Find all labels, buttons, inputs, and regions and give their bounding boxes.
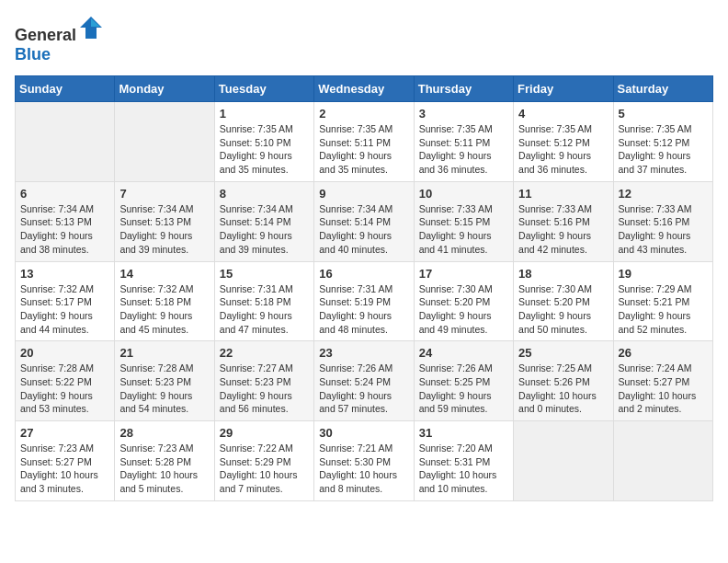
calendar-week-row: 20Sunrise: 7:28 AM Sunset: 5:22 PM Dayli… xyxy=(16,341,713,421)
day-number: 31 xyxy=(419,426,508,440)
calendar-cell: 23Sunrise: 7:26 AM Sunset: 5:24 PM Dayli… xyxy=(314,341,414,421)
day-number: 16 xyxy=(319,267,408,281)
day-number: 26 xyxy=(619,346,708,360)
day-info: Sunrise: 7:30 AM Sunset: 5:20 PM Dayligh… xyxy=(419,282,508,337)
calendar-week-row: 13Sunrise: 7:32 AM Sunset: 5:17 PM Dayli… xyxy=(16,261,713,341)
calendar-cell: 16Sunrise: 7:31 AM Sunset: 5:19 PM Dayli… xyxy=(314,261,414,341)
calendar-day-header: Monday xyxy=(115,76,214,102)
day-info: Sunrise: 7:28 AM Sunset: 5:22 PM Dayligh… xyxy=(20,362,109,416)
calendar-table: SundayMondayTuesdayWednesdayThursdayFrid… xyxy=(15,75,713,501)
day-number: 7 xyxy=(119,187,209,201)
calendar-day-header: Friday xyxy=(514,76,613,102)
calendar-cell: 28Sunrise: 7:23 AM Sunset: 5:28 PM Dayli… xyxy=(115,421,214,501)
day-number: 18 xyxy=(518,267,608,281)
day-number: 5 xyxy=(619,107,708,121)
calendar-day-header: Saturday xyxy=(613,76,712,102)
calendar-cell: 12Sunrise: 7:33 AM Sunset: 5:16 PM Dayli… xyxy=(613,181,712,261)
calendar-cell: 2Sunrise: 7:35 AM Sunset: 5:11 PM Daylig… xyxy=(314,102,414,182)
calendar-cell: 31Sunrise: 7:20 AM Sunset: 5:31 PM Dayli… xyxy=(414,421,513,501)
calendar-cell: 14Sunrise: 7:32 AM Sunset: 5:18 PM Dayli… xyxy=(115,261,214,341)
day-number: 11 xyxy=(518,187,608,201)
day-number: 14 xyxy=(119,267,209,281)
day-info: Sunrise: 7:23 AM Sunset: 5:28 PM Dayligh… xyxy=(119,442,209,496)
calendar-cell: 9Sunrise: 7:34 AM Sunset: 5:14 PM Daylig… xyxy=(314,181,414,261)
day-number: 2 xyxy=(319,107,408,121)
day-number: 24 xyxy=(419,346,508,360)
calendar-cell: 26Sunrise: 7:24 AM Sunset: 5:27 PM Dayli… xyxy=(613,341,712,421)
day-number: 8 xyxy=(220,187,309,201)
day-info: Sunrise: 7:26 AM Sunset: 5:24 PM Dayligh… xyxy=(319,362,408,416)
calendar-cell: 6Sunrise: 7:34 AM Sunset: 5:13 PM Daylig… xyxy=(16,181,115,261)
logo-general: General xyxy=(15,26,76,44)
calendar-cell: 10Sunrise: 7:33 AM Sunset: 5:15 PM Dayli… xyxy=(414,181,513,261)
calendar-cell: 24Sunrise: 7:26 AM Sunset: 5:25 PM Dayli… xyxy=(414,341,513,421)
day-info: Sunrise: 7:25 AM Sunset: 5:26 PM Dayligh… xyxy=(518,362,608,416)
logo: General Blue xyxy=(15,15,104,64)
day-number: 17 xyxy=(419,267,508,281)
day-number: 20 xyxy=(20,346,109,360)
day-info: Sunrise: 7:33 AM Sunset: 5:16 PM Dayligh… xyxy=(518,202,608,257)
day-info: Sunrise: 7:22 AM Sunset: 5:29 PM Dayligh… xyxy=(220,442,309,496)
day-info: Sunrise: 7:33 AM Sunset: 5:15 PM Dayligh… xyxy=(419,202,508,257)
day-number: 23 xyxy=(319,346,408,360)
day-info: Sunrise: 7:26 AM Sunset: 5:25 PM Dayligh… xyxy=(419,362,508,416)
day-info: Sunrise: 7:33 AM Sunset: 5:16 PM Dayligh… xyxy=(619,202,708,257)
calendar-week-row: 6Sunrise: 7:34 AM Sunset: 5:13 PM Daylig… xyxy=(16,181,713,261)
day-number: 10 xyxy=(419,187,508,201)
day-info: Sunrise: 7:35 AM Sunset: 5:12 PM Dayligh… xyxy=(619,122,708,177)
logo-blue: Blue xyxy=(15,45,51,63)
calendar-cell: 27Sunrise: 7:23 AM Sunset: 5:27 PM Dayli… xyxy=(16,421,115,501)
logo-text: General Blue xyxy=(15,15,104,64)
day-info: Sunrise: 7:20 AM Sunset: 5:31 PM Dayligh… xyxy=(419,442,508,496)
day-info: Sunrise: 7:35 AM Sunset: 5:12 PM Dayligh… xyxy=(518,122,608,177)
page-header: General Blue xyxy=(15,15,713,64)
day-info: Sunrise: 7:35 AM Sunset: 5:11 PM Dayligh… xyxy=(419,122,508,177)
day-info: Sunrise: 7:21 AM Sunset: 5:30 PM Dayligh… xyxy=(319,442,408,496)
day-number: 19 xyxy=(619,267,708,281)
day-info: Sunrise: 7:32 AM Sunset: 5:18 PM Dayligh… xyxy=(119,282,209,337)
calendar-day-header: Wednesday xyxy=(314,76,414,102)
day-number: 29 xyxy=(220,426,309,440)
calendar-cell: 22Sunrise: 7:27 AM Sunset: 5:23 PM Dayli… xyxy=(214,341,313,421)
day-info: Sunrise: 7:34 AM Sunset: 5:13 PM Dayligh… xyxy=(119,202,209,257)
day-info: Sunrise: 7:34 AM Sunset: 5:14 PM Dayligh… xyxy=(220,202,309,257)
day-info: Sunrise: 7:29 AM Sunset: 5:21 PM Dayligh… xyxy=(619,282,708,337)
day-info: Sunrise: 7:35 AM Sunset: 5:11 PM Dayligh… xyxy=(319,122,408,177)
day-info: Sunrise: 7:35 AM Sunset: 5:10 PM Dayligh… xyxy=(220,122,309,177)
svg-marker-1 xyxy=(91,18,100,27)
day-number: 25 xyxy=(518,346,608,360)
day-info: Sunrise: 7:24 AM Sunset: 5:27 PM Dayligh… xyxy=(619,362,708,416)
day-number: 12 xyxy=(619,187,708,201)
day-number: 15 xyxy=(220,267,309,281)
day-info: Sunrise: 7:27 AM Sunset: 5:23 PM Dayligh… xyxy=(220,362,309,416)
calendar-cell: 3Sunrise: 7:35 AM Sunset: 5:11 PM Daylig… xyxy=(414,102,513,182)
calendar-cell: 15Sunrise: 7:31 AM Sunset: 5:18 PM Dayli… xyxy=(214,261,313,341)
day-number: 3 xyxy=(419,107,508,121)
day-info: Sunrise: 7:28 AM Sunset: 5:23 PM Dayligh… xyxy=(119,362,209,416)
day-info: Sunrise: 7:30 AM Sunset: 5:20 PM Dayligh… xyxy=(518,282,608,337)
calendar-cell: 5Sunrise: 7:35 AM Sunset: 5:12 PM Daylig… xyxy=(613,102,712,182)
calendar-cell xyxy=(16,102,115,182)
calendar-cell xyxy=(115,102,214,182)
calendar-cell xyxy=(613,421,712,501)
calendar-day-header: Sunday xyxy=(16,76,115,102)
day-info: Sunrise: 7:32 AM Sunset: 5:17 PM Dayligh… xyxy=(20,282,109,337)
day-number: 1 xyxy=(220,107,309,121)
day-number: 28 xyxy=(119,426,209,440)
calendar-header-row: SundayMondayTuesdayWednesdayThursdayFrid… xyxy=(16,76,713,102)
calendar-cell: 17Sunrise: 7:30 AM Sunset: 5:20 PM Dayli… xyxy=(414,261,513,341)
calendar-day-header: Thursday xyxy=(414,76,513,102)
day-info: Sunrise: 7:31 AM Sunset: 5:18 PM Dayligh… xyxy=(220,282,309,337)
calendar-cell: 13Sunrise: 7:32 AM Sunset: 5:17 PM Dayli… xyxy=(16,261,115,341)
calendar-cell: 25Sunrise: 7:25 AM Sunset: 5:26 PM Dayli… xyxy=(514,341,613,421)
calendar-day-header: Tuesday xyxy=(214,76,313,102)
day-info: Sunrise: 7:23 AM Sunset: 5:27 PM Dayligh… xyxy=(20,442,109,496)
day-info: Sunrise: 7:34 AM Sunset: 5:13 PM Dayligh… xyxy=(20,202,109,257)
day-number: 4 xyxy=(518,107,608,121)
logo-icon xyxy=(78,15,104,40)
calendar-cell: 8Sunrise: 7:34 AM Sunset: 5:14 PM Daylig… xyxy=(214,181,313,261)
calendar-cell: 21Sunrise: 7:28 AM Sunset: 5:23 PM Dayli… xyxy=(115,341,214,421)
calendar-cell xyxy=(514,421,613,501)
calendar-cell: 7Sunrise: 7:34 AM Sunset: 5:13 PM Daylig… xyxy=(115,181,214,261)
calendar-week-row: 27Sunrise: 7:23 AM Sunset: 5:27 PM Dayli… xyxy=(16,421,713,501)
